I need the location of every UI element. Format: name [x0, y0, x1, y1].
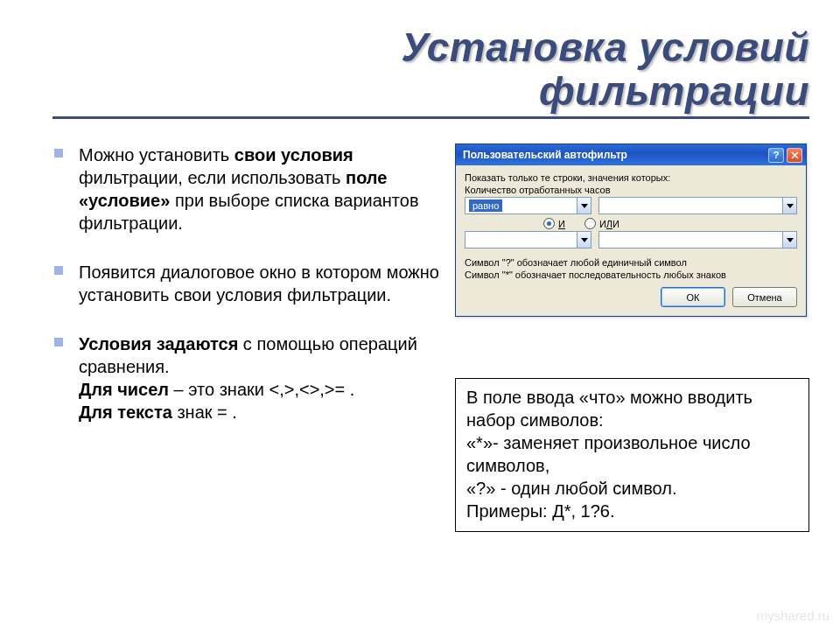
cancel-button[interactable]: Отмена	[732, 287, 797, 307]
condition2-value-combo[interactable]	[598, 231, 797, 248]
text: Можно установить	[79, 145, 234, 164]
wildcard-note-1: Символ "?" обозначает любой единичный си…	[465, 257, 797, 268]
help-button[interactable]: ?	[768, 148, 784, 163]
radio-label: ИЛИ	[599, 219, 620, 229]
ok-button[interactable]: ОК	[661, 287, 725, 307]
chevron-down-icon	[782, 232, 796, 248]
condition1-value-combo[interactable]	[598, 197, 797, 214]
dialog-title: Пользовательский автофильтр	[463, 149, 627, 161]
chevron-down-icon	[782, 198, 796, 214]
bullet-1: Можно установить свои условия фильтрации…	[52, 144, 439, 234]
radio-icon	[584, 218, 596, 229]
title-underline	[52, 116, 809, 119]
close-button[interactable]	[787, 148, 802, 163]
text: Появится диалоговое окно в котором можно…	[79, 262, 439, 304]
text: знак = .	[172, 402, 237, 422]
text: – это знаки <,>,<>,>= .	[169, 380, 354, 399]
slide-title: Установка условий фильтрации	[52, 26, 809, 113]
condition1-operator-combo[interactable]: равно	[465, 197, 592, 214]
close-icon	[791, 151, 799, 159]
chevron-down-icon	[577, 198, 591, 214]
condition2-operator-combo[interactable]	[465, 231, 592, 248]
caption-line: «*»- заменяет произвольное число символо…	[466, 433, 751, 475]
and-radio[interactable]: И	[543, 218, 565, 229]
caption-box: В поле ввода «что» можно вводить набор с…	[455, 378, 809, 532]
text: фильтрации, если использовать	[79, 168, 346, 187]
text-bold: Условия задаются	[79, 334, 238, 354]
bullet-3: Условия задаются с помощью операций срав…	[52, 332, 439, 424]
title-line-2: фильтрации	[539, 68, 809, 114]
text-bold: Для текста	[79, 402, 172, 422]
caption-line: Примеры: Д*, 1?6.	[466, 501, 615, 521]
combo-value: равно	[469, 200, 502, 212]
field-name-label: Количество отработанных часов	[465, 185, 797, 195]
radio-icon	[543, 218, 555, 229]
chevron-down-icon	[577, 232, 591, 248]
text-bold: Для чисел	[79, 380, 169, 399]
show-rows-label: Показать только те строки, значения кото…	[465, 172, 797, 183]
bullet-2: Появится диалоговое окно в котором можно…	[52, 261, 439, 306]
autofilter-dialog: Пользовательский автофильтр ? Показать т…	[455, 144, 807, 317]
radio-label: И	[558, 219, 565, 229]
bullet-square-icon	[54, 149, 63, 158]
wildcard-note-2: Символ "*" обозначает последовательность…	[465, 270, 797, 280]
bullet-square-icon	[54, 338, 63, 346]
text-bold: свои условия	[234, 145, 354, 164]
bullet-square-icon	[54, 266, 63, 275]
caption-line: «?» - один любой символ.	[466, 479, 676, 498]
or-radio[interactable]: ИЛИ	[584, 218, 620, 229]
caption-line: В поле ввода «что» можно вводить набор с…	[466, 388, 752, 430]
title-line-1: Установка условий	[401, 24, 809, 70]
dialog-titlebar[interactable]: Пользовательский автофильтр ?	[456, 144, 806, 165]
